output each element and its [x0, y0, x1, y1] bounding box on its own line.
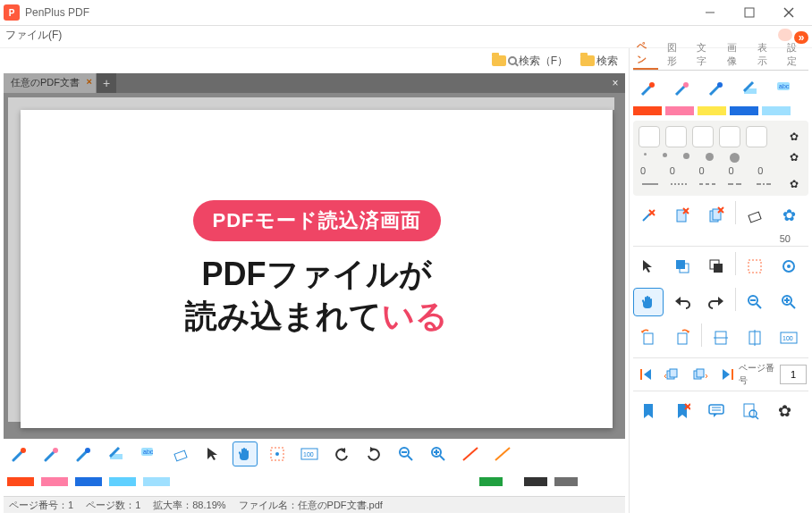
tabstrip-close-button[interactable]: × [605, 73, 625, 93]
rzoom-100-button[interactable]: 100 [774, 324, 804, 352]
select-back-button[interactable] [701, 252, 732, 281]
zoom-in-button[interactable] [426, 441, 451, 466]
select-front-button[interactable] [667, 252, 698, 281]
last-page-button[interactable] [715, 363, 739, 386]
next-page-button[interactable] [689, 363, 712, 386]
rpen1-button[interactable] [633, 74, 664, 103]
dash-dense-icon[interactable] [671, 181, 687, 187]
dash-long-icon[interactable] [728, 181, 744, 187]
fit-width-button[interactable] [706, 324, 736, 352]
del-page-button[interactable] [667, 201, 698, 230]
swatch-pink[interactable] [41, 477, 68, 486]
search-page-button[interactable] [735, 397, 765, 425]
sizebox-5[interactable] [746, 126, 767, 147]
find-button[interactable]: 検索（F） [488, 52, 571, 71]
comment-button[interactable] [701, 397, 732, 425]
rtext-annot-button[interactable]: abc [769, 74, 799, 103]
sizebox-2[interactable] [665, 126, 687, 147]
swatch-cyan[interactable] [109, 477, 136, 486]
dot-3-icon[interactable] [683, 153, 689, 159]
rfit-button[interactable] [740, 252, 770, 281]
rpen3-button[interactable] [701, 74, 732, 103]
pen1-button[interactable] [7, 441, 32, 466]
hand-button[interactable] [233, 441, 258, 466]
page-number-input[interactable] [780, 365, 807, 384]
eraser-button[interactable] [168, 441, 193, 466]
rswatch-pink[interactable] [665, 106, 694, 115]
dot-gear-icon[interactable]: ✿ [785, 151, 803, 164]
tab-close-icon[interactable]: × [87, 76, 92, 87]
dot-2-icon[interactable] [663, 153, 667, 157]
dash-mixed-icon[interactable] [757, 181, 773, 187]
fit-select-button[interactable] [265, 441, 290, 466]
scrollbar-vertical[interactable] [614, 110, 623, 428]
zoom-100-button[interactable]: 100 [297, 441, 322, 466]
rpointer-button[interactable] [633, 252, 664, 281]
pen2-button[interactable] [39, 441, 64, 466]
bookmark-del-button[interactable] [667, 397, 698, 425]
dot-1-icon[interactable] [644, 153, 647, 155]
menu-file[interactable]: ファイル(F) [5, 29, 62, 41]
eraser-gear-button[interactable]: ✿ [774, 201, 804, 230]
swatch-blue[interactable] [75, 477, 102, 486]
dot-4-icon[interactable] [706, 153, 714, 161]
pointer-button[interactable] [200, 441, 225, 466]
rotate-left-button[interactable] [633, 324, 664, 352]
rswatch-lightblue[interactable] [762, 106, 791, 115]
rswatch-blue[interactable] [730, 106, 758, 115]
tab-pen[interactable]: ペン [633, 38, 658, 70]
tab-shape[interactable]: 図形 [664, 39, 689, 70]
bookmark-add-button[interactable] [633, 397, 664, 425]
rotate-right-button[interactable] [667, 324, 698, 352]
line-orange-button[interactable] [490, 441, 515, 466]
document-page[interactable]: PDFモード読込済画面 PDFファイルが 読み込まれている [21, 110, 613, 428]
sizebox-1[interactable] [639, 126, 660, 147]
pen3-button[interactable] [72, 441, 97, 466]
rzoom-out-button[interactable] [740, 288, 770, 316]
reraser-button[interactable] [740, 201, 770, 230]
swatch-gray[interactable] [554, 477, 578, 486]
dash-solid-icon[interactable] [642, 181, 658, 187]
rswatch-yellow[interactable] [698, 106, 726, 115]
settings-button[interactable]: ✿ [769, 397, 799, 425]
add-tab-button[interactable]: + [97, 73, 116, 93]
rhand-button[interactable] [633, 288, 664, 316]
prev-page-button[interactable] [662, 363, 685, 386]
rmarker-button[interactable] [735, 74, 765, 103]
swatch-red[interactable] [7, 477, 34, 486]
tab-settings[interactable]: 設定 [783, 39, 808, 70]
document-tab[interactable]: 任意のPDF文書 × [4, 73, 97, 93]
dash-gear-icon[interactable]: ✿ [785, 178, 803, 190]
size-gear-icon[interactable]: ✿ [785, 130, 803, 143]
sizebox-4[interactable] [719, 126, 740, 147]
swatch-dark[interactable] [524, 477, 547, 486]
del-stroke-button[interactable] [633, 201, 664, 230]
maximize-button[interactable] [730, 0, 769, 25]
dot-5-icon[interactable] [730, 153, 740, 163]
close-button[interactable] [769, 0, 808, 25]
undo-button[interactable] [329, 441, 354, 466]
tab-image[interactable]: 画像 [723, 39, 749, 70]
zoom-out-button[interactable] [393, 441, 419, 466]
search-button[interactable]: 検索 [577, 52, 622, 71]
swatch-lightblue[interactable] [143, 477, 170, 486]
sizebox-3[interactable] [692, 126, 714, 147]
rundo-button[interactable] [667, 288, 698, 316]
tab-view[interactable]: 表示 [754, 39, 779, 70]
minimize-button[interactable] [690, 0, 730, 25]
fit-page-button[interactable] [740, 324, 770, 352]
ribbon-toggle[interactable]: » [776, 29, 808, 44]
marker-button[interactable] [104, 441, 129, 466]
target-button[interactable] [774, 252, 804, 281]
rpen2-button[interactable] [667, 74, 698, 103]
rzoom-in-button[interactable] [774, 288, 804, 316]
rredo-button[interactable] [701, 288, 732, 316]
text-annot-button[interactable]: abc [136, 441, 161, 466]
dash-sparse-icon[interactable] [699, 181, 715, 187]
tab-text[interactable]: 文字 [693, 39, 718, 70]
line-red-button[interactable] [458, 441, 483, 466]
swatch-green[interactable] [479, 477, 503, 486]
first-page-button[interactable] [635, 363, 658, 386]
redo-button[interactable] [361, 441, 386, 466]
rswatch-red[interactable] [633, 106, 662, 115]
